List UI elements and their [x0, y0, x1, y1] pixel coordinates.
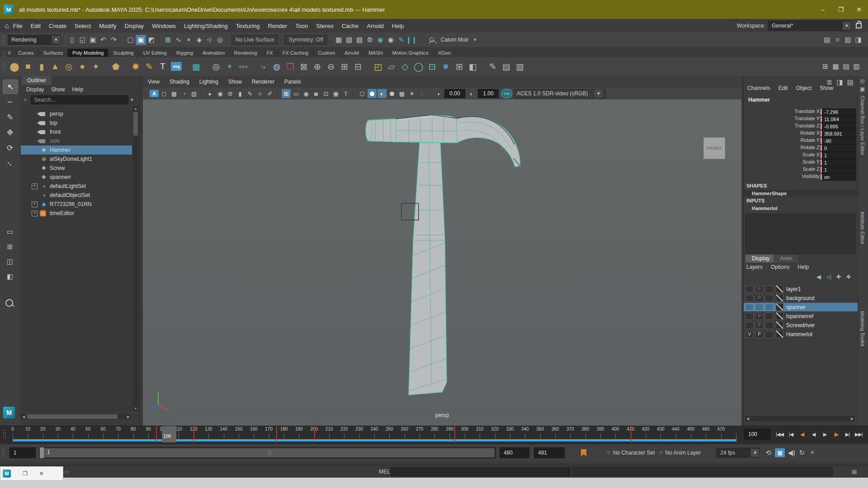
- colorspace-select[interactable]: ACES 1.0 SDR-video (sRGB)▼: [514, 89, 606, 99]
- new-empty-layer-icon[interactable]: ✚: [834, 273, 844, 280]
- lighting-all-icon[interactable]: ✶: [407, 89, 416, 98]
- layer-playback-toggle[interactable]: P: [755, 313, 764, 320]
- play-backwards-button[interactable]: ◀: [808, 428, 819, 441]
- bevel-icon[interactable]: ▱: [385, 59, 398, 74]
- scroll-right-icon[interactable]: ▶: [849, 416, 855, 421]
- layer-visibility-toggle[interactable]: [745, 313, 754, 320]
- camera-settings-icon[interactable]: ⚙: [226, 89, 235, 98]
- wireframe-mode-icon[interactable]: ⬡: [358, 89, 367, 98]
- layer-visibility-toggle[interactable]: [745, 322, 754, 329]
- maya-logo-badge[interactable]: M: [3, 407, 15, 418]
- menu-display[interactable]: Display: [121, 23, 148, 29]
- shelf-tab-animation[interactable]: Animation: [198, 49, 230, 57]
- window-fragment[interactable]: M ❐ ✕: [0, 466, 63, 481]
- curve-tool-icon[interactable]: ✎: [142, 59, 156, 74]
- menu-help[interactable]: Help: [388, 23, 408, 29]
- redo-icon[interactable]: ↷: [108, 35, 119, 45]
- close-icon[interactable]: ✕: [39, 470, 44, 477]
- layer-visibility-toggle[interactable]: V: [745, 331, 754, 338]
- poly-cube-icon[interactable]: ■: [21, 59, 35, 74]
- shelf-tab-surfaces[interactable]: Surfaces: [39, 49, 68, 57]
- insert-edge-loop-icon[interactable]: ⊞: [453, 59, 466, 74]
- channel-row-rotate-z[interactable]: Rotate Z0: [744, 145, 858, 152]
- snap-projected-center-icon[interactable]: ◈: [194, 35, 204, 45]
- layer-visibility-toggle[interactable]: [745, 295, 754, 302]
- scroll-right-icon[interactable]: ▶: [126, 414, 131, 419]
- mute-audio-icon[interactable]: ◀): [786, 448, 797, 458]
- mel-input[interactable]: [391, 467, 571, 476]
- toggle-attribute-editor-icon[interactable]: ▥: [843, 35, 853, 45]
- outliner-item-aiSkyDomeLight1[interactable]: ⊕aiSkyDomeLight1: [21, 155, 132, 164]
- render-current-frame-icon[interactable]: ▧: [344, 35, 354, 45]
- channel-value-field[interactable]: -90: [822, 137, 856, 145]
- gate-color-icon[interactable]: ▧: [189, 89, 198, 98]
- poly-sphere-icon[interactable]: ⬤: [8, 59, 21, 74]
- gate-mask-icon[interactable]: ◙: [311, 89, 321, 98]
- undo-icon[interactable]: ↶: [98, 35, 108, 45]
- pencil-annotate-icon[interactable]: ✐: [265, 89, 274, 98]
- shelf-tab-sculpting[interactable]: Sculpting: [108, 49, 138, 57]
- channel-value-field[interactable]: -0.895: [822, 123, 856, 130]
- close-button[interactable]: ✕: [850, 3, 868, 16]
- chevron-down-icon[interactable]: ▽: [660, 450, 663, 455]
- boolean-difference-icon[interactable]: ⊠: [297, 59, 311, 74]
- outliner-item-Screw[interactable]: ❖Screw: [21, 164, 132, 173]
- range-grip[interactable]: [268, 450, 271, 455]
- outliner-tab[interactable]: Outliner: [22, 76, 52, 85]
- snap-curve-icon[interactable]: ∿: [173, 35, 184, 45]
- chevron-down-icon[interactable]: ▼: [751, 449, 759, 457]
- view-transform-toggle[interactable]: ON: [501, 89, 512, 98]
- layer-playback-toggle[interactable]: P: [755, 331, 764, 338]
- shelf-tab-fx-caching[interactable]: FX Caching: [278, 49, 313, 57]
- maya-taskbar-icon[interactable]: M: [3, 469, 11, 478]
- chevron-down-icon[interactable]: ▼: [52, 36, 60, 44]
- new-layer-from-selected-icon[interactable]: ❖: [844, 273, 854, 280]
- channel-row-rotate-x[interactable]: Rotate X358.591: [744, 130, 858, 137]
- render-settings-icon[interactable]: ⚙: [365, 35, 375, 45]
- drag-grip[interactable]: [2, 448, 6, 458]
- viewport-menu-lighting[interactable]: Lighting: [194, 79, 223, 85]
- search-filter-icon[interactable]: ⌗: [22, 96, 29, 103]
- snap-together-icon[interactable]: ⌖: [223, 59, 236, 74]
- poly-cylinder-icon[interactable]: ▮: [35, 59, 48, 74]
- loop-playback-icon[interactable]: ⟲: [763, 448, 774, 458]
- hypershade-icon[interactable]: ◉: [375, 35, 386, 45]
- type-tool-icon[interactable]: T: [156, 59, 170, 74]
- construction-grid-icon[interactable]: ▦: [189, 59, 203, 74]
- shelf-tab-rendering[interactable]: Rendering: [230, 49, 262, 57]
- layout-outliner-persp[interactable]: ◧: [3, 270, 17, 283]
- make-live-icon[interactable]: ◎: [215, 35, 225, 45]
- combine-icon[interactable]: ⊕: [311, 59, 324, 74]
- shelf-tab-uv-editing[interactable]: UV Editing: [139, 49, 172, 57]
- shelf-layout-1-icon[interactable]: ▦: [830, 61, 841, 72]
- move-layer-down-icon[interactable]: ◁: [824, 273, 834, 280]
- shelf-tab-fx[interactable]: FX: [262, 49, 278, 57]
- viewport-menu-panels[interactable]: Panels: [279, 79, 306, 85]
- shelf-tab-rigging[interactable]: Rigging: [172, 49, 198, 57]
- film-gate-mask-icon[interactable]: ▩: [170, 89, 179, 98]
- outliner-item-timeEditor[interactable]: +◷timeEditor: [21, 209, 132, 218]
- image-plane-icon[interactable]: ✎: [245, 89, 255, 98]
- toggle-tool-settings-icon[interactable]: ⌗: [832, 35, 843, 45]
- menu-windows[interactable]: Windows: [148, 23, 180, 29]
- go-to-end-button[interactable]: ▶▶|: [853, 428, 864, 441]
- step-back-frame-button[interactable]: ◀|: [797, 428, 808, 441]
- step-forward-frame-button[interactable]: |▶: [830, 428, 842, 441]
- select-object-icon[interactable]: ▣: [136, 35, 146, 45]
- shelf-layout-3-icon[interactable]: ▥: [851, 61, 862, 72]
- channel-value-field[interactable]: 0: [822, 145, 856, 152]
- outliner-item-Hammer[interactable]: ❖Hammer: [21, 145, 132, 155]
- shelf-editor-icon[interactable]: ⊞: [820, 61, 830, 72]
- create-bookmark-icon[interactable]: [581, 449, 586, 456]
- expand-toggle-icon[interactable]: +: [32, 211, 38, 216]
- multi-cut-icon[interactable]: ⊡: [425, 59, 439, 74]
- shelf-tab-poly-modeling[interactable]: Poly Modeling: [68, 49, 108, 57]
- layer-color-swatch[interactable]: [776, 312, 783, 320]
- play-forward-button[interactable]: ▶: [819, 428, 830, 441]
- step-forward-key-button[interactable]: ▶|: [842, 428, 853, 441]
- maximize-button[interactable]: ❐: [832, 3, 850, 16]
- chevron-down-icon[interactable]: ▼: [473, 38, 477, 42]
- layer-menu-help[interactable]: Help: [797, 264, 813, 270]
- center-pivot-icon[interactable]: ◎: [209, 59, 223, 74]
- channelbox-menu-edit[interactable]: Edit: [778, 85, 793, 91]
